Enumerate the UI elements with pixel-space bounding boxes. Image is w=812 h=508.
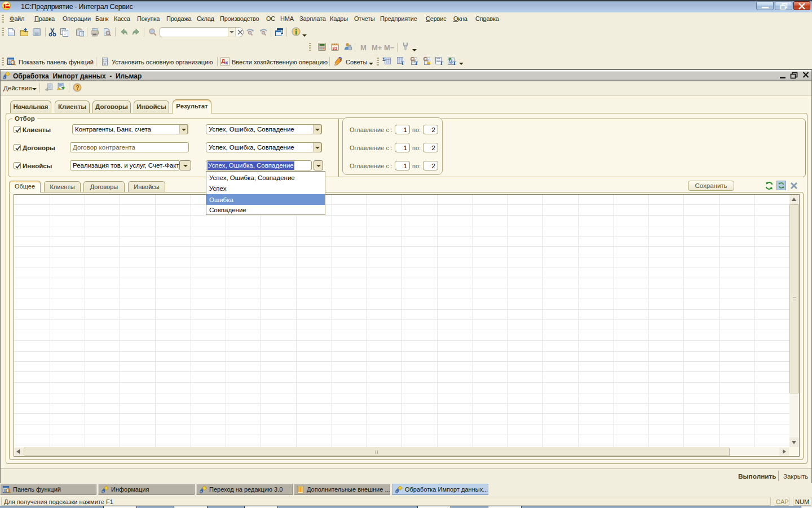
svg-text:T: T [401,60,404,65]
svg-text:T: T [440,60,443,65]
svg-text:к: к [225,59,228,65]
svg-text:?: ? [76,85,79,91]
svg-text:?: ? [338,56,342,63]
svg-text:Σ: Σ [382,56,386,62]
svg-text:T: T [414,60,418,65]
svg-text:31: 31 [332,46,337,51]
svg-text:Д: Д [221,58,225,64]
svg-text:T: T [453,60,456,65]
